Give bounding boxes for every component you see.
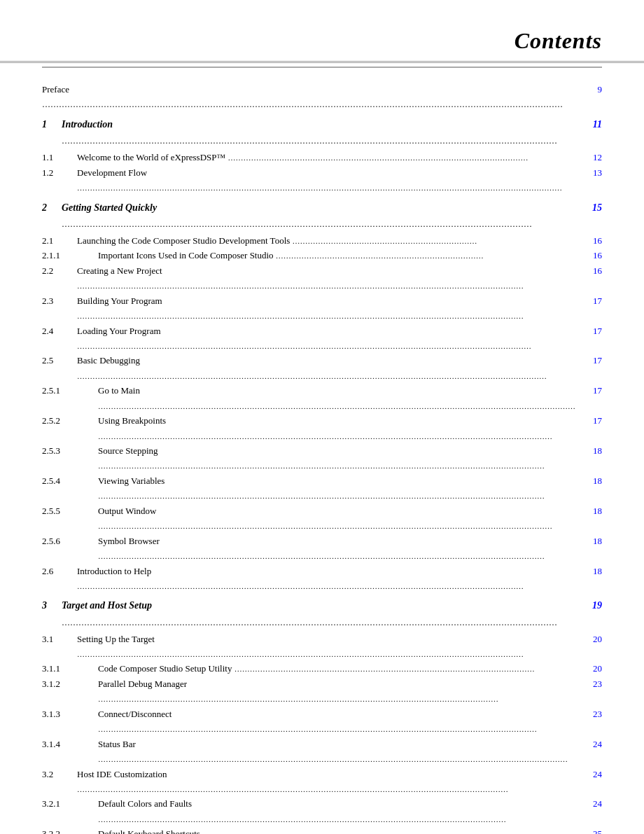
page-title: Contents — [514, 28, 602, 53]
sec-2-5-1: 2.5.1 Go to Main ……………………………………………………………… — [42, 383, 602, 413]
preface-page: 9 — [581, 82, 602, 97]
sec-1-1-page: 12 — [581, 150, 602, 165]
ch2-num: 2 — [42, 200, 62, 216]
ch2-page: 15 — [581, 200, 602, 216]
ch1-num: 1 — [42, 116, 62, 132]
sec-2-5-6: 2.5.6 Symbol Browser …………………………………………………… — [42, 534, 602, 564]
sec-1-2: 1.2 Development Flow …………………………………………………… — [42, 165, 602, 195]
ch1-page: 11 — [581, 116, 602, 132]
sec-3-2-1: 3.2.1 Default Colors and Faults ……………………… — [42, 796, 602, 826]
sec-2-2: 2.2 Creating a New Project …………………………………… — [42, 263, 602, 293]
sec-1-2-page: 13 — [581, 165, 602, 180]
sec-2-5-3: 2.5.3 Source Stepping ………………………………………………… — [42, 443, 602, 473]
ch3-page: 19 — [581, 597, 602, 613]
chapter-3: 3 Target and Host Setup …………………………………………… — [42, 597, 602, 630]
ch3-label: Target and Host Setup ………………………………………………… — [62, 597, 581, 630]
ch2-label: Getting Started Quickly …………………………………………… — [62, 200, 581, 232]
sec-2-5: 2.5 Basic Debugging ……………………………………………………… — [42, 353, 602, 383]
sec-3-2-2: 3.2.2 Default Keyboard Shortcuts …………………… — [42, 826, 602, 834]
ch3-num: 3 — [42, 597, 62, 613]
sec-3-1-1: 3.1.1 Code Composer Studio Setup Utility… — [42, 661, 602, 676]
sec-2-4: 2.4 Loading Your Program ………………………………………… — [42, 324, 602, 354]
sec-1-1-label: Welcome to the World of eXpressDSP™ …………… — [77, 150, 581, 165]
chapter-2: 2 Getting Started Quickly ……………………………………… — [42, 200, 602, 232]
sec-3-2: 3.2 Host IDE Customization …………………………………… — [42, 767, 602, 797]
sec-2-5-2: 2.5.2 Using Breakpoints …………………………………………… — [42, 413, 602, 443]
sec-2-3: 2.3 Building Your Program ……………………………………… — [42, 293, 602, 324]
sec-2-5-4: 2.5.4 Viewing Variables …………………………………………… — [42, 473, 602, 503]
sec-1-1: 1.1 Welcome to the World of eXpressDSP™ … — [42, 150, 602, 165]
toc-content: Preface ……………………………………………………………………………………… — [0, 68, 644, 834]
preface-label: Preface ……………………………………………………………………………………… — [42, 82, 581, 112]
header: Contents — [0, 0, 644, 63]
sec-2-1: 2.1 Launching the Code Composer Studio D… — [42, 233, 602, 248]
toc-preface: Preface ……………………………………………………………………………………… — [42, 82, 602, 112]
sec-3-1-4: 3.1.4 Status Bar ……………………………………………………………… — [42, 737, 602, 767]
sec-3-1: 3.1 Setting Up the Target ……………………………………… — [42, 632, 602, 662]
sec-3-1-3: 3.1.3 Connect/Disconnect ………………………………………… — [42, 707, 602, 737]
ch1-label: Introduction ………………………………………………………………………… — [62, 116, 581, 148]
sec-1-2-label: Development Flow ……………………………………………………………… — [77, 165, 581, 195]
sec-2-6: 2.6 Introduction to Help ………………………………………… — [42, 564, 602, 594]
chapter-1: 1 Introduction …………………………………………………………………… — [42, 116, 602, 148]
sec-2-5-5: 2.5.5 Output Window ……………………………………………………… — [42, 503, 602, 534]
sec-2-1-1: 2.1.1 Important Icons Used in Code Compo… — [42, 248, 602, 263]
page-container: Contents Preface ……………………………………………………………… — [0, 0, 644, 834]
sec-3-1-2: 3.1.2 Parallel Debug Manager ……………………………… — [42, 676, 602, 707]
